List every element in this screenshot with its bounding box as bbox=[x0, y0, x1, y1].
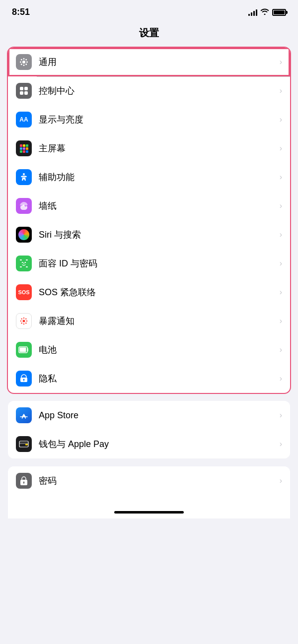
settings-item-battery[interactable]: 电池 › bbox=[8, 335, 290, 364]
privacy-chevron: › bbox=[280, 374, 282, 383]
settings-item-passwords[interactable]: 密码 › bbox=[8, 466, 290, 495]
display-label: 显示与亮度 bbox=[39, 114, 280, 126]
general-chevron: › bbox=[280, 58, 282, 66]
signal-icon bbox=[248, 9, 257, 16]
settings-item-siri[interactable]: Siri 与搜索 › bbox=[8, 220, 290, 249]
svg-rect-17 bbox=[20, 266, 22, 267]
settings-item-wallet[interactable]: 钱包与 Apple Pay › bbox=[8, 430, 290, 458]
svg-point-27 bbox=[25, 322, 26, 323]
passwords-chevron: › bbox=[280, 476, 282, 485]
svg-point-19 bbox=[22, 262, 23, 263]
control-center-label: 控制中心 bbox=[39, 85, 280, 97]
svg-point-23 bbox=[23, 323, 24, 324]
settings-group-password: 密码 › bbox=[8, 466, 290, 495]
home-screen-icon bbox=[16, 140, 32, 156]
wallet-icon bbox=[16, 436, 32, 452]
status-bar: 8:51 bbox=[0, 0, 298, 21]
svg-point-26 bbox=[21, 319, 22, 320]
exposure-icon bbox=[16, 313, 32, 329]
page-title: 设置 bbox=[0, 21, 298, 48]
svg-rect-6 bbox=[23, 144, 25, 147]
battery-chevron: › bbox=[280, 345, 282, 354]
settings-item-appstore[interactable]: App Store › bbox=[8, 401, 290, 430]
settings-item-sos[interactable]: SOS SOS 紧急联络 › bbox=[8, 278, 290, 307]
svg-rect-36 bbox=[25, 444, 28, 446]
svg-rect-5 bbox=[20, 144, 22, 147]
svg-rect-2 bbox=[24, 87, 28, 90]
settings-group-main: 通用 › 控制中心 › AA 显示与亮度 › bbox=[8, 48, 290, 393]
settings-item-exposure[interactable]: 暴露通知 › bbox=[8, 307, 290, 335]
svg-rect-31 bbox=[20, 348, 26, 352]
wifi-icon bbox=[260, 8, 269, 16]
appstore-chevron: › bbox=[280, 411, 282, 420]
settings-item-accessibility[interactable]: 辅助功能 › bbox=[8, 163, 290, 192]
sos-label: SOS 紧急联络 bbox=[39, 286, 280, 298]
svg-point-21 bbox=[23, 320, 25, 322]
appstore-icon bbox=[16, 407, 32, 423]
svg-point-24 bbox=[20, 321, 21, 322]
home-screen-chevron: › bbox=[280, 144, 282, 153]
battery-icon bbox=[272, 9, 286, 16]
sos-chevron: › bbox=[280, 288, 282, 297]
svg-rect-7 bbox=[26, 144, 28, 147]
svg-rect-4 bbox=[24, 91, 28, 95]
svg-rect-3 bbox=[20, 91, 23, 95]
status-time: 8:51 bbox=[12, 7, 30, 17]
home-screen-label: 主屏幕 bbox=[39, 142, 280, 154]
privacy-icon bbox=[16, 371, 32, 386]
svg-rect-12 bbox=[23, 150, 25, 153]
display-icon: AA bbox=[16, 112, 32, 128]
passwords-label: 密码 bbox=[39, 475, 280, 487]
wallet-chevron: › bbox=[280, 440, 282, 449]
settings-item-display[interactable]: AA 显示与亮度 › bbox=[8, 105, 290, 134]
status-icons bbox=[248, 8, 286, 16]
svg-rect-13 bbox=[26, 150, 28, 153]
battery-settings-icon bbox=[16, 342, 32, 358]
wallpaper-icon bbox=[16, 198, 32, 214]
home-indicator bbox=[114, 511, 184, 514]
appstore-label: App Store bbox=[39, 410, 280, 421]
control-center-chevron: › bbox=[280, 86, 282, 95]
passwords-icon bbox=[16, 473, 32, 489]
svg-rect-18 bbox=[26, 266, 28, 267]
siri-label: Siri 与搜索 bbox=[39, 229, 280, 241]
svg-point-20 bbox=[25, 262, 26, 263]
svg-rect-11 bbox=[20, 150, 22, 153]
svg-point-0 bbox=[22, 61, 25, 64]
accessibility-label: 辅助功能 bbox=[39, 171, 280, 183]
accessibility-chevron: › bbox=[280, 173, 282, 182]
face-id-icon bbox=[16, 256, 32, 271]
svg-rect-8 bbox=[20, 147, 22, 150]
settings-item-general[interactable]: 通用 › bbox=[8, 48, 290, 76]
settings-item-control-center[interactable]: 控制中心 › bbox=[8, 76, 290, 105]
privacy-label: 隐私 bbox=[39, 373, 280, 385]
svg-rect-9 bbox=[23, 147, 25, 150]
general-icon bbox=[16, 54, 32, 70]
exposure-label: 暴露通知 bbox=[39, 315, 280, 327]
face-id-label: 面容 ID 与密码 bbox=[39, 258, 280, 269]
svg-rect-15 bbox=[20, 259, 22, 260]
settings-item-home-screen[interactable]: 主屏幕 › bbox=[8, 134, 290, 163]
general-label: 通用 bbox=[39, 56, 280, 68]
face-id-chevron: › bbox=[280, 259, 282, 268]
svg-rect-10 bbox=[26, 147, 28, 150]
siri-icon bbox=[16, 227, 32, 243]
svg-point-25 bbox=[26, 321, 27, 322]
svg-point-28 bbox=[25, 319, 26, 320]
svg-point-14 bbox=[23, 173, 25, 175]
home-indicator-area bbox=[8, 495, 290, 518]
svg-point-29 bbox=[21, 322, 22, 323]
svg-rect-1 bbox=[20, 87, 23, 90]
wallpaper-chevron: › bbox=[280, 201, 282, 210]
svg-rect-16 bbox=[26, 259, 28, 260]
battery-label: 电池 bbox=[39, 344, 280, 356]
wallet-label: 钱包与 Apple Pay bbox=[39, 438, 280, 450]
siri-chevron: › bbox=[280, 230, 282, 239]
display-chevron: › bbox=[280, 115, 282, 124]
sos-icon: SOS bbox=[16, 284, 32, 300]
settings-item-privacy[interactable]: 隐私 › bbox=[8, 364, 290, 393]
settings-item-face-id[interactable]: 面容 ID 与密码 › bbox=[8, 249, 290, 278]
exposure-chevron: › bbox=[280, 317, 282, 325]
settings-group-store: App Store › 钱包与 Apple Pay › bbox=[8, 401, 290, 458]
settings-item-wallpaper[interactable]: 墙纸 › bbox=[8, 192, 290, 220]
